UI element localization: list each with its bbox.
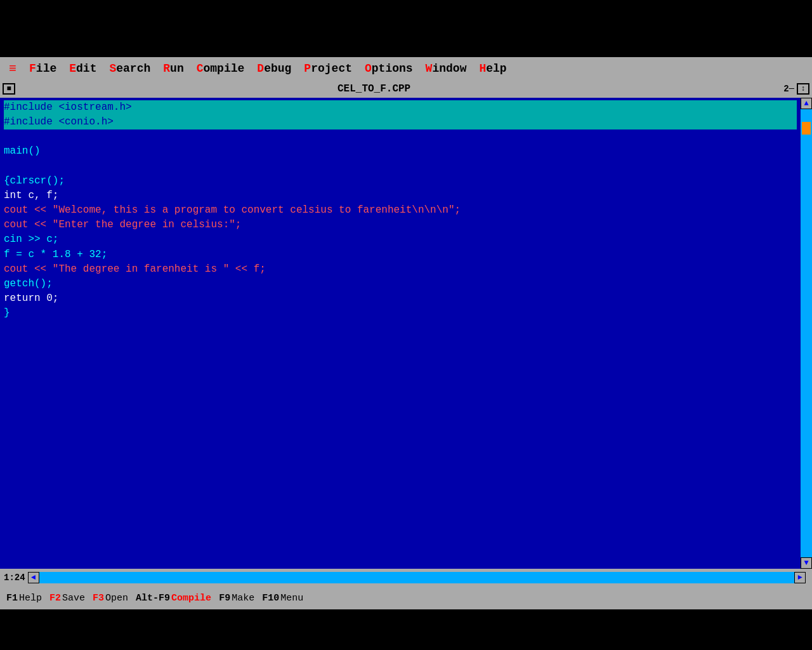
fn-f3[interactable]: F3 Open bbox=[89, 593, 132, 604]
fn-key-desc: Open bbox=[105, 593, 128, 604]
menu-run[interactable]: Run bbox=[157, 61, 190, 76]
menu-project[interactable]: Project bbox=[298, 61, 358, 76]
fn-f10[interactable]: F10 Menu bbox=[258, 593, 307, 604]
code-line: getch(); bbox=[4, 277, 797, 291]
menu-window[interactable]: Window bbox=[419, 61, 473, 76]
window-title: CEL_TO_F.CPP bbox=[0, 83, 783, 95]
fn-key-desc: Menu bbox=[280, 593, 303, 604]
code-line: f = c * 1.8 + 32; bbox=[4, 248, 797, 262]
code-line: cout << "Welcome, this is a program to c… bbox=[4, 203, 797, 218]
line-column-indicator: 1:24 bbox=[4, 573, 25, 583]
fn-altf9[interactable]: Alt-F9 Compile bbox=[132, 593, 215, 604]
title-bar-right: 2─ ↕ bbox=[783, 83, 809, 95]
code-line: return 0; bbox=[4, 291, 797, 306]
hamburger-menu[interactable]: ≡ bbox=[3, 60, 23, 77]
scroll-thumb[interactable] bbox=[802, 122, 811, 135]
menu-file[interactable]: File bbox=[23, 61, 63, 76]
vertical-scrollbar[interactable]: ▲ ▼ bbox=[801, 98, 812, 569]
editor-content-area: #include <iostream.h>#include <conio.h>m… bbox=[0, 98, 812, 569]
scroll-left-button[interactable]: ◄ bbox=[28, 572, 39, 583]
fn-key-label: F1 bbox=[6, 593, 18, 604]
code-line: cout << "Enter the degree in celsius:"; bbox=[4, 218, 797, 232]
top-black-bar bbox=[0, 0, 812, 57]
h-scroll-track[interactable] bbox=[39, 572, 794, 583]
menu-search[interactable]: Search bbox=[103, 61, 157, 76]
fn-f9[interactable]: F9 Make bbox=[215, 593, 258, 604]
menu-debug[interactable]: Debug bbox=[251, 61, 298, 76]
fn-key-label: F9 bbox=[219, 593, 230, 604]
code-line: } bbox=[4, 306, 797, 321]
function-keys-bar: F1 Help F2 Save F3 Open Alt-F9 Compile F… bbox=[0, 587, 812, 609]
fn-key-label: Alt-F9 bbox=[136, 593, 170, 604]
fn-key-desc: Make bbox=[232, 593, 254, 604]
menu-help[interactable]: Help bbox=[473, 61, 513, 76]
code-line: cout << "The degree in farenheit is " <<… bbox=[4, 262, 797, 277]
fn-f2[interactable]: F2 Save bbox=[46, 593, 89, 604]
scroll-right-button[interactable]: ► bbox=[794, 572, 806, 583]
editor-window: ■ CEL_TO_F.CPP 2─ ↕ #include <iostream.h… bbox=[0, 80, 812, 587]
code-line: {clrscr(); bbox=[4, 174, 797, 189]
scroll-down-button[interactable]: ▼ bbox=[801, 557, 812, 569]
scroll-track[interactable] bbox=[801, 109, 812, 557]
horizontal-scrollbar[interactable]: ◄ ► bbox=[28, 572, 806, 583]
title-bar: ■ CEL_TO_F.CPP 2─ ↕ bbox=[0, 80, 812, 98]
fn-key-desc: Save bbox=[62, 593, 85, 604]
code-line bbox=[4, 159, 797, 174]
scroll-up-button[interactable]: ▲ bbox=[801, 98, 812, 109]
code-line: main() bbox=[4, 144, 797, 159]
window-number: 2─ bbox=[783, 84, 794, 94]
fn-f1[interactable]: F1 Help bbox=[3, 593, 46, 604]
code-line: #include <conio.h> bbox=[4, 115, 797, 129]
code-line: cin >> c; bbox=[4, 232, 797, 247]
menu-options[interactable]: Options bbox=[358, 61, 419, 76]
fn-key-label: F3 bbox=[93, 593, 104, 604]
menu-compile[interactable]: Compile bbox=[190, 61, 251, 76]
resize-button[interactable]: ↕ bbox=[797, 83, 809, 95]
bottom-black-bar bbox=[0, 609, 812, 650]
code-line: int c, f; bbox=[4, 189, 797, 203]
code-line: #include <iostream.h> bbox=[4, 100, 797, 115]
fn-key-desc: Help bbox=[19, 593, 42, 604]
fn-key-label: F10 bbox=[262, 593, 279, 604]
code-editor[interactable]: #include <iostream.h>#include <conio.h>m… bbox=[0, 98, 801, 569]
menu-bar: ≡ File Edit Search Run Compile Debug Pro… bbox=[0, 57, 812, 80]
fn-key-label: F2 bbox=[49, 593, 61, 604]
status-bar: 1:24 ◄ ► bbox=[0, 569, 812, 587]
menu-edit[interactable]: Edit bbox=[63, 61, 103, 76]
code-line bbox=[4, 129, 797, 144]
fn-key-desc: Compile bbox=[171, 593, 211, 604]
